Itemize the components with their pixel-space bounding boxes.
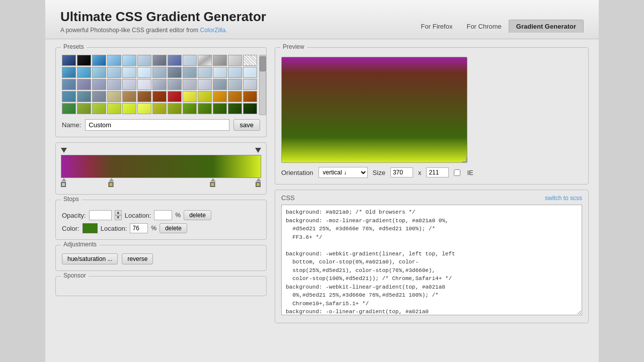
preset-swatch[interactable] bbox=[228, 103, 242, 114]
preset-swatch[interactable] bbox=[228, 55, 242, 66]
preset-swatch[interactable] bbox=[168, 55, 182, 66]
preset-swatch[interactable] bbox=[243, 103, 257, 114]
preset-swatch[interactable] bbox=[62, 103, 76, 114]
preset-swatch[interactable] bbox=[122, 55, 136, 66]
stop-top-left[interactable] bbox=[61, 148, 67, 153]
preset-swatch[interactable] bbox=[243, 55, 257, 66]
preset-swatch[interactable] bbox=[77, 67, 91, 78]
switch-scss-link[interactable]: switch to scss bbox=[545, 195, 582, 202]
preset-swatch[interactable] bbox=[62, 91, 76, 102]
preset-swatch[interactable] bbox=[198, 79, 212, 90]
css-output-textarea[interactable]: background: #a021a0; /* Old browsers */ … bbox=[281, 205, 582, 315]
preset-swatch[interactable] bbox=[168, 103, 182, 114]
header: Ultimate CSS Gradient Generator A powerf… bbox=[45, 0, 599, 39]
preset-swatch[interactable] bbox=[228, 67, 242, 78]
nav-for-chrome[interactable]: For Chrome bbox=[459, 20, 508, 33]
preset-swatch[interactable] bbox=[107, 55, 121, 66]
preset-swatch[interactable] bbox=[107, 91, 121, 102]
preset-swatch[interactable] bbox=[213, 103, 227, 114]
width-input[interactable] bbox=[390, 167, 413, 177]
preset-swatch[interactable] bbox=[228, 79, 242, 90]
color-swatch[interactable] bbox=[83, 223, 98, 233]
preset-name-input[interactable] bbox=[85, 119, 229, 131]
presets-scrollbar-thumb[interactable] bbox=[260, 56, 266, 71]
preset-swatch[interactable] bbox=[92, 103, 106, 114]
preset-swatch[interactable] bbox=[152, 91, 167, 102]
preset-swatch[interactable] bbox=[62, 55, 76, 66]
preset-swatch[interactable] bbox=[107, 67, 121, 78]
location-input1[interactable] bbox=[154, 210, 172, 220]
ie-checkbox[interactable] bbox=[454, 169, 460, 176]
preset-swatch[interactable] bbox=[152, 67, 167, 78]
orientation-row: Orientation vertical ↓ vertical ↑ horizo… bbox=[281, 167, 582, 178]
delete-button2[interactable]: delete bbox=[159, 223, 187, 233]
preset-swatch[interactable] bbox=[92, 55, 106, 66]
nav-gradient-generator[interactable]: Gradient Generator bbox=[509, 20, 584, 33]
preset-swatch[interactable] bbox=[62, 79, 76, 90]
preset-swatch[interactable] bbox=[243, 91, 257, 102]
preset-swatch[interactable] bbox=[183, 67, 197, 78]
spin-up[interactable]: ▲ bbox=[115, 210, 122, 215]
location-input2[interactable] bbox=[130, 223, 148, 233]
preview-resize-handle[interactable] bbox=[462, 157, 467, 162]
preset-swatch[interactable] bbox=[62, 67, 76, 78]
preset-swatch[interactable] bbox=[152, 103, 167, 114]
preset-swatch[interactable] bbox=[122, 103, 136, 114]
preset-swatch[interactable] bbox=[168, 91, 182, 102]
preset-swatch[interactable] bbox=[92, 91, 106, 102]
preset-swatch[interactable] bbox=[183, 91, 197, 102]
preset-swatch[interactable] bbox=[137, 91, 151, 102]
preset-swatch[interactable] bbox=[243, 67, 257, 78]
presets-scrollbar[interactable] bbox=[259, 55, 266, 115]
nav-for-firefox[interactable]: For Firefox bbox=[414, 20, 460, 33]
preset-swatch[interactable] bbox=[122, 67, 136, 78]
stop-marker-76[interactable] bbox=[210, 178, 216, 187]
stop-marker-0[interactable] bbox=[61, 178, 66, 187]
opacity-spinner[interactable]: ▲ ▼ bbox=[115, 210, 122, 220]
stop-marker-25[interactable] bbox=[108, 178, 114, 187]
opacity-input[interactable] bbox=[89, 210, 112, 220]
preset-swatch[interactable] bbox=[152, 79, 167, 90]
preset-swatch[interactable] bbox=[137, 55, 151, 66]
preset-swatch[interactable] bbox=[77, 91, 91, 102]
colorzilla-link[interactable]: ColorZilla. bbox=[200, 27, 227, 34]
stop-marker-100[interactable] bbox=[256, 178, 261, 187]
stop-top-right[interactable] bbox=[255, 148, 261, 153]
preset-swatch[interactable] bbox=[198, 103, 212, 114]
preset-swatch[interactable] bbox=[183, 79, 197, 90]
preset-swatch[interactable] bbox=[107, 79, 121, 90]
preset-swatch[interactable] bbox=[107, 103, 121, 114]
preset-swatch[interactable] bbox=[198, 91, 212, 102]
preset-swatch[interactable] bbox=[92, 79, 106, 90]
spin-down[interactable]: ▼ bbox=[115, 215, 122, 220]
preset-swatch[interactable] bbox=[168, 79, 182, 90]
preset-swatch[interactable] bbox=[228, 91, 242, 102]
preset-swatch[interactable] bbox=[77, 79, 91, 90]
hue-sat-button[interactable]: hue/saturation ... bbox=[62, 253, 118, 264]
preset-swatch[interactable] bbox=[122, 79, 136, 90]
preset-swatch[interactable] bbox=[168, 67, 182, 78]
save-button[interactable]: save bbox=[233, 119, 260, 131]
preset-swatch[interactable] bbox=[92, 67, 106, 78]
preset-swatch[interactable] bbox=[77, 103, 91, 114]
preset-swatch[interactable] bbox=[183, 103, 197, 114]
preset-swatch[interactable] bbox=[213, 79, 227, 90]
preset-swatch[interactable] bbox=[137, 67, 151, 78]
preset-swatch[interactable] bbox=[77, 55, 91, 66]
height-input[interactable] bbox=[426, 167, 449, 177]
preset-swatch[interactable] bbox=[152, 55, 167, 66]
gradient-bar[interactable] bbox=[61, 155, 261, 178]
preset-swatch[interactable] bbox=[198, 55, 212, 66]
reverse-button[interactable]: reverse bbox=[122, 253, 153, 264]
preset-swatch[interactable] bbox=[122, 91, 136, 102]
delete-button1[interactable]: delete bbox=[184, 210, 211, 220]
preset-swatch[interactable] bbox=[137, 79, 151, 90]
preset-swatch[interactable] bbox=[213, 91, 227, 102]
preset-swatch[interactable] bbox=[183, 55, 197, 66]
preset-swatch[interactable] bbox=[198, 67, 212, 78]
preset-swatch[interactable] bbox=[213, 67, 227, 78]
preset-swatch[interactable] bbox=[243, 79, 257, 90]
orientation-select[interactable]: vertical ↓ vertical ↑ horizontal → horiz… bbox=[318, 167, 368, 178]
preset-swatch[interactable] bbox=[137, 103, 151, 114]
preset-swatch[interactable] bbox=[213, 55, 227, 66]
